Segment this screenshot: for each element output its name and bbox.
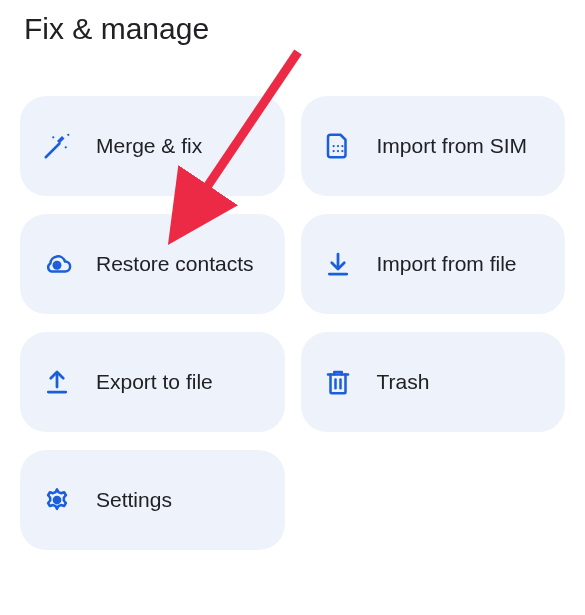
merge-fix-button[interactable]: Merge & fix	[20, 96, 285, 196]
svg-marker-1	[57, 136, 65, 144]
trash-icon	[323, 367, 353, 397]
svg-point-9	[336, 150, 338, 152]
tile-label: Import from file	[377, 251, 517, 277]
page-title: Fix & manage	[24, 12, 565, 46]
svg-point-19	[54, 497, 60, 503]
svg-point-7	[341, 145, 343, 147]
export-to-file-button[interactable]: Export to file	[20, 332, 285, 432]
import-from-sim-button[interactable]: Import from SIM	[301, 96, 566, 196]
svg-point-2	[65, 146, 67, 148]
tile-label: Settings	[96, 487, 172, 513]
wand-icon	[42, 131, 72, 161]
upload-icon	[42, 367, 72, 397]
tile-label: Merge & fix	[96, 133, 202, 159]
settings-button[interactable]: Settings	[20, 450, 285, 550]
svg-point-8	[332, 150, 334, 152]
trash-button[interactable]: Trash	[301, 332, 566, 432]
tile-grid: Merge & fix Import from SIM	[20, 96, 565, 550]
tile-label: Export to file	[96, 369, 213, 395]
sim-card-icon	[323, 131, 353, 161]
restore-contacts-button[interactable]: Restore contacts	[20, 214, 285, 314]
import-from-file-button[interactable]: Import from file	[301, 214, 566, 314]
cloud-download-icon	[42, 249, 72, 279]
svg-point-4	[67, 134, 69, 136]
tile-label: Import from SIM	[377, 133, 528, 159]
tile-label: Restore contacts	[96, 251, 254, 277]
tile-label: Trash	[377, 369, 430, 395]
svg-point-5	[332, 145, 334, 147]
svg-point-10	[341, 150, 343, 152]
svg-point-3	[52, 136, 54, 138]
svg-point-6	[336, 145, 338, 147]
download-icon	[323, 249, 353, 279]
gear-icon	[42, 485, 72, 515]
svg-line-0	[46, 144, 60, 158]
